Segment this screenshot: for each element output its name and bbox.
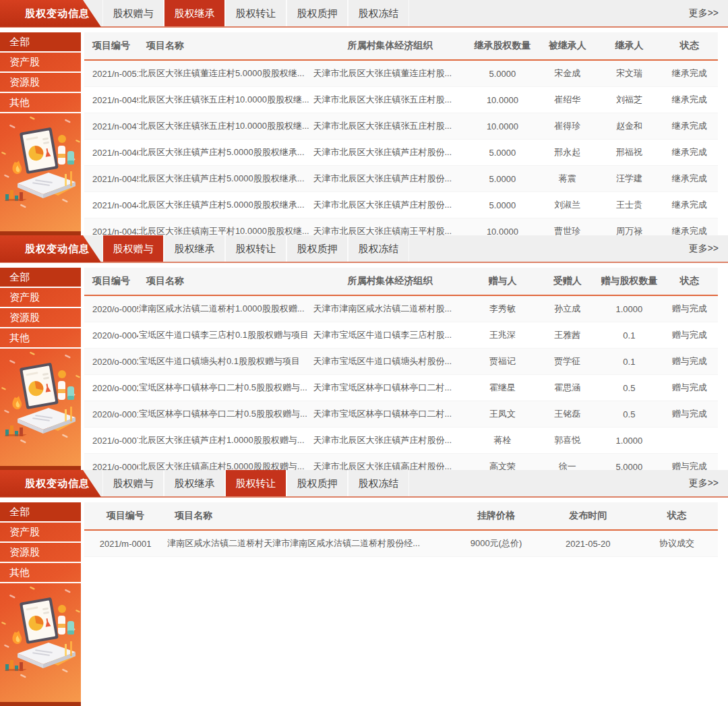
table-cell: 王凤文 (468, 401, 537, 428)
section-banner: 股权变动信息 (0, 235, 101, 262)
table-cell: 天津市北辰区大张庄镇南王平村股... (312, 218, 467, 236)
table-row[interactable]: 2021/n-0044北辰区大张庄镇芦庄村5.0000股股权继承...天津市北辰… (84, 192, 718, 218)
table-row[interactable]: 2020/o-0002宝坻区林亭口镇林亭口二村0.5股股权赠与...天津市宝坻区… (84, 375, 718, 401)
tab-item[interactable]: 股权质押 (286, 0, 348, 26)
column-header: 项目编号 (84, 268, 138, 295)
table-row[interactable]: 2020/o-0003宝坻区牛道口镇塘头村0.1股股权赠与项目天津市宝坻区牛道口… (84, 349, 718, 375)
table-cell: 2021/o-0007 (84, 428, 138, 454)
column-header: 状态 (661, 32, 718, 60)
table-cell: 赠与完成 (661, 375, 718, 401)
section-content: 全部资产股资源股其他 (0, 263, 728, 470)
tab-item[interactable]: 股权继承 (164, 235, 225, 262)
table-header-row: 项目编号项目名称挂牌价格发布时间状态 (84, 502, 718, 530)
table-cell: 赵金和 (597, 113, 661, 140)
table-cell: 贾福记 (468, 349, 537, 375)
table-cell: 北辰区大张庄镇董连庄村5.0000股股权继... (138, 60, 313, 87)
table-row[interactable]: 2021/n-0043北辰区大张庄镇南王平村10.0000股股权继...天津市北… (84, 218, 718, 236)
more-link[interactable]: 更多>> (689, 470, 719, 496)
table-row[interactable]: 2020/o-0005津南区咸水沽镇二道桥村1.0000股股权赠...天津市津南… (84, 295, 718, 322)
tab-item[interactable]: 股权赠与 (102, 470, 164, 496)
sidebar-item[interactable]: 全部 (0, 268, 81, 288)
table-cell: 10.0000 (468, 87, 537, 113)
column-header: 项目名称 (138, 268, 313, 295)
table-cell: 刘淑兰 (537, 192, 597, 218)
table-row[interactable]: 2021/n-0045北辰区大张庄镇芦庄村5.0000股股权继承...天津市北辰… (84, 166, 718, 192)
sidebar-item[interactable]: 资源股 (0, 543, 81, 563)
sidebar-item[interactable]: 全部 (0, 502, 81, 523)
section-equity-transfer: 股权变动信息 股权赠与股权继承股权转让股权质押股权冻结 更多>> 全部资产股资源… (0, 470, 728, 706)
column-header: 被继承人 (537, 32, 597, 60)
table-cell: 赠与完成 (661, 295, 718, 322)
column-header: 赠与人 (468, 268, 537, 295)
sidebar-item[interactable]: 资源股 (0, 73, 81, 93)
table-cell: 2021/n-0045 (84, 166, 138, 192)
sidebar-item[interactable]: 其他 (0, 328, 81, 349)
tab-item[interactable]: 股权冻结 (348, 470, 409, 496)
column-header: 挂牌价格 (452, 502, 541, 530)
table-cell: 天津市津南区咸水沽镇二道桥村股... (312, 295, 467, 322)
sidebar-item[interactable]: 资产股 (0, 288, 81, 308)
tab-active[interactable]: 股权赠与 (102, 235, 164, 262)
tab-bar-tabs: 股权赠与股权继承股权转让股权质押股权冻结 (102, 470, 409, 496)
sidebar-item[interactable]: 资源股 (0, 308, 81, 328)
table-row[interactable]: 2021/m-0001津南区咸水沽镇二道桥村天津市津南区咸水沽镇二道桥村股份经.… (84, 530, 718, 557)
sidebar-item[interactable]: 其他 (0, 93, 81, 113)
table-cell: 天津市北辰区大张庄镇芦庄村股份... (312, 192, 467, 218)
tab-active[interactable]: 股权转让 (225, 470, 286, 496)
table-row[interactable]: 2021/o-0007北辰区大张庄镇芦庄村1.0000股股权赠与...天津市北辰… (84, 428, 718, 454)
table-cell: 5.0000 (468, 60, 537, 87)
sidebar-item[interactable]: 资产股 (0, 523, 81, 543)
table-row[interactable]: 2021/n-0049北辰区大张庄镇张五庄村10.0000股股权继...天津市北… (84, 87, 718, 113)
table-cell: 宝坻区林亭口镇林亭口二村0.5股股权赠与... (138, 375, 313, 401)
tab-bar: 股权变动信息 股权赠与股权继承股权转让股权质押股权冻结 更多>> (0, 235, 728, 263)
tab-item[interactable]: 股权转让 (225, 0, 286, 26)
section-equity-gift: 股权变动信息 股权赠与股权继承股权转让股权质押股权冻结 更多>> 全部资产股资源… (0, 235, 728, 470)
table-cell: 津南区咸水沽镇二道桥村天津市津南区咸水沽镇二道桥村股份经... (166, 530, 452, 557)
table-cell: 继承完成 (661, 166, 718, 192)
table-cell: 北辰区大张庄镇芦庄村5.0000股股权继承... (138, 166, 313, 192)
table-cell: 10.0000 (468, 218, 537, 236)
table-cell: 霍继星 (468, 375, 537, 401)
table-cell: 2021/n-0046 (84, 140, 138, 166)
table-cell: 2021/n-0047 (84, 113, 138, 140)
table-cell: 2021/n-0049 (84, 87, 138, 113)
sidebar-item[interactable]: 资产股 (0, 53, 81, 73)
table-cell: 蒋栓 (468, 428, 537, 454)
table-cell: 霍思涵 (537, 375, 597, 401)
table-area: 项目编号项目名称所属村集体经济组织赠与人受赠人赠与股权数量状态2020/o-00… (81, 268, 728, 470)
table-row[interactable]: 2021/n-0051北辰区大张庄镇董连庄村5.0000股股权继...天津市北辰… (84, 60, 718, 87)
table-cell: 2021/m-0001 (84, 530, 166, 557)
table-cell: 2020/o-0003 (84, 349, 138, 375)
section-equity-inheritance: 股权变动信息 股权赠与股权继承股权转让股权质押股权冻结 更多>> 全部资产股资源… (0, 0, 728, 235)
table-cell: 北辰区大张庄镇芦庄村5.0000股股权继承... (138, 140, 313, 166)
table-cell: 赠与完成 (661, 401, 718, 428)
column-header: 赠与股权数量 (597, 268, 661, 295)
tab-item[interactable]: 股权转让 (225, 235, 286, 262)
sidebar-bottom-strip (0, 702, 81, 706)
more-link[interactable]: 更多>> (689, 0, 719, 26)
tab-item[interactable]: 股权继承 (164, 470, 225, 496)
table-cell: 郭喜悦 (537, 428, 597, 454)
tab-item[interactable]: 股权冻结 (348, 235, 409, 262)
table-cell: 赠与完成 (661, 322, 718, 349)
table-cell: 北辰区大张庄镇南王平村10.0000股股权继... (138, 218, 313, 236)
more-link[interactable]: 更多>> (689, 235, 719, 262)
table-cell: 邢永起 (537, 140, 597, 166)
tab-item[interactable]: 股权质押 (286, 235, 348, 262)
table-cell: 9000元(总价) (452, 530, 541, 557)
table-cell: 王雅茜 (537, 322, 597, 349)
table-row[interactable]: 2021/n-0046北辰区大张庄镇芦庄村5.0000股股权继承...天津市北辰… (84, 140, 718, 166)
table-row[interactable]: 2021/n-0047北辰区大张庄镇张五庄村10.0000股股权继...天津市北… (84, 113, 718, 140)
table-cell: 孙立成 (537, 295, 597, 322)
table-row[interactable]: 2020/o-0004宝坻区牛道口镇李三店村0.1股股权赠与项目天津市宝坻区牛道… (84, 322, 718, 349)
tab-item[interactable]: 股权冻结 (348, 0, 409, 26)
table-row[interactable]: 2021/o-0006北辰区大张庄镇高庄村5.0000股股权赠与...天津市北辰… (84, 454, 718, 471)
table-cell: 5.0000 (468, 140, 537, 166)
tab-item[interactable]: 股权赠与 (102, 0, 164, 26)
tab-active[interactable]: 股权继承 (164, 0, 225, 26)
table-row[interactable]: 2020/o-0001宝坻区林亭口镇林亭口二村0.5股股权赠与...天津市宝坻区… (84, 401, 718, 428)
tab-item[interactable]: 股权质押 (286, 470, 348, 496)
sidebar-item[interactable]: 全部 (0, 32, 81, 53)
table-cell: 王士贵 (597, 192, 661, 218)
sidebar-item[interactable]: 其他 (0, 563, 81, 583)
